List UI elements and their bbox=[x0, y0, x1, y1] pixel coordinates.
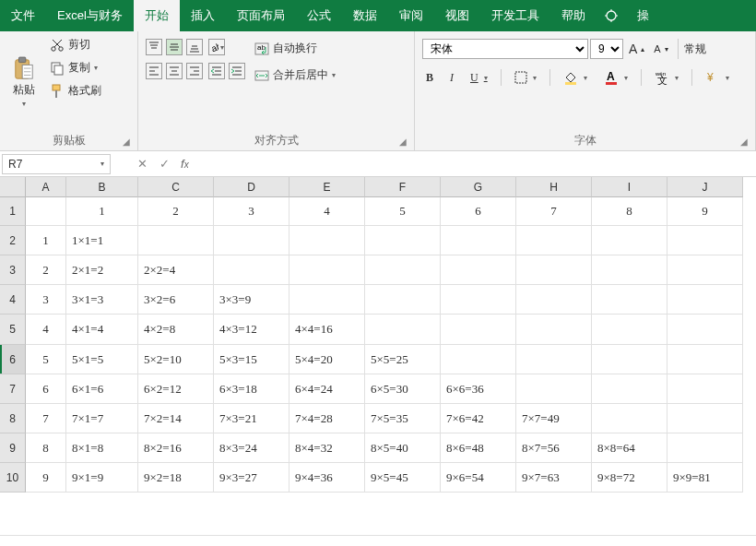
cell[interactable]: 7×4=28 bbox=[289, 404, 365, 433]
row-header[interactable]: 1 bbox=[0, 197, 26, 226]
cell[interactable]: 7×7=49 bbox=[516, 404, 592, 433]
cell[interactable]: 5×4=20 bbox=[289, 345, 365, 374]
enter-formula-button[interactable]: ✓ bbox=[153, 154, 175, 174]
num-format-label[interactable]: 常规 bbox=[684, 42, 706, 57]
font-name-select[interactable]: 宋体 bbox=[422, 39, 588, 59]
cell[interactable]: 9×1=9 bbox=[66, 463, 138, 493]
cell[interactable] bbox=[214, 255, 289, 285]
cell[interactable]: 7×1=7 bbox=[66, 404, 138, 433]
cell[interactable]: 9×3=27 bbox=[214, 463, 289, 493]
tab-formulas[interactable]: 公式 bbox=[296, 0, 342, 31]
cell[interactable]: 9×7=63 bbox=[516, 463, 592, 493]
cells-area[interactable]: 1234567891234567891×1=12×1=22×2=43×1=33×… bbox=[26, 197, 756, 535]
align-right-button[interactable] bbox=[186, 63, 203, 79]
cell[interactable]: 2×1=2 bbox=[66, 255, 138, 285]
column-header[interactable]: C bbox=[138, 177, 214, 197]
cell[interactable] bbox=[441, 345, 516, 374]
cell[interactable]: 7 bbox=[26, 404, 66, 433]
cut-button[interactable]: 剪切 bbox=[46, 35, 105, 54]
bold-button[interactable]: B bbox=[422, 69, 437, 87]
orientation-button[interactable]: ab bbox=[208, 39, 225, 55]
cell[interactable]: 8×5=40 bbox=[365, 433, 441, 463]
cell[interactable] bbox=[441, 226, 516, 255]
font-color-button[interactable]: A bbox=[600, 68, 632, 87]
cell[interactable]: 9 bbox=[667, 197, 743, 226]
cell[interactable] bbox=[365, 285, 441, 315]
cell[interactable]: 3×3=9 bbox=[214, 285, 289, 315]
dialog-launcher-icon[interactable]: ◢ bbox=[123, 136, 130, 147]
tab-op[interactable]: 操 bbox=[626, 0, 660, 31]
cell[interactable] bbox=[667, 285, 743, 315]
cell[interactable] bbox=[592, 285, 667, 315]
cell[interactable]: 4×1=4 bbox=[66, 315, 138, 345]
row-header[interactable]: 2 bbox=[0, 226, 26, 255]
cell[interactable]: 9×8=72 bbox=[592, 463, 667, 493]
cell[interactable] bbox=[441, 285, 516, 315]
cell[interactable]: 8×1=8 bbox=[66, 433, 138, 463]
cell[interactable] bbox=[516, 226, 592, 255]
cell[interactable]: 4×4=16 bbox=[289, 315, 365, 345]
cell[interactable]: 7×6=42 bbox=[441, 404, 516, 433]
cell[interactable] bbox=[289, 255, 365, 285]
cell[interactable]: 2 bbox=[26, 255, 66, 285]
paste-button[interactable]: 粘贴 ▾ bbox=[7, 35, 41, 130]
cell[interactable] bbox=[592, 374, 667, 404]
cell[interactable]: 6×2=12 bbox=[138, 374, 214, 404]
cell[interactable]: 7×3=21 bbox=[214, 404, 289, 433]
column-header[interactable]: E bbox=[289, 177, 365, 197]
column-header[interactable]: B bbox=[66, 177, 138, 197]
cell[interactable]: 8×7=56 bbox=[516, 433, 592, 463]
font-size-select[interactable]: 9 bbox=[590, 39, 623, 59]
cell[interactable]: 6×3=18 bbox=[214, 374, 289, 404]
cell[interactable]: 9×2=18 bbox=[138, 463, 214, 493]
cell[interactable]: 6×6=36 bbox=[441, 374, 516, 404]
cell[interactable]: 5 bbox=[365, 197, 441, 226]
tab-help[interactable]: 帮助 bbox=[550, 0, 597, 31]
cell[interactable]: 9 bbox=[26, 463, 66, 493]
increase-indent-button[interactable] bbox=[229, 63, 245, 79]
column-header[interactable]: F bbox=[365, 177, 441, 197]
underline-button[interactable]: U bbox=[467, 69, 491, 87]
cell[interactable]: 8×3=24 bbox=[214, 433, 289, 463]
tab-data[interactable]: 数据 bbox=[342, 0, 388, 31]
column-header[interactable]: G bbox=[441, 177, 516, 197]
cell[interactable]: 5×3=15 bbox=[214, 345, 289, 374]
tab-developer[interactable]: 开发工具 bbox=[480, 0, 550, 31]
cancel-formula-button[interactable]: ✕ bbox=[131, 154, 153, 174]
cell[interactable] bbox=[592, 404, 667, 433]
increase-font-button[interactable]: A▴ bbox=[625, 40, 648, 58]
cell[interactable]: 9×6=54 bbox=[441, 463, 516, 493]
cell[interactable]: 2 bbox=[138, 197, 214, 226]
tab-page-layout[interactable]: 页面布局 bbox=[226, 0, 296, 31]
row-header[interactable]: 8 bbox=[0, 404, 26, 433]
name-box[interactable]: R7 ▾ bbox=[2, 154, 111, 174]
decrease-indent-button[interactable] bbox=[208, 63, 225, 79]
column-header[interactable]: H bbox=[516, 177, 592, 197]
cell[interactable] bbox=[592, 315, 667, 345]
cell[interactable]: 4×2=8 bbox=[138, 315, 214, 345]
cell[interactable]: 3 bbox=[214, 197, 289, 226]
cell[interactable] bbox=[667, 433, 743, 463]
cell[interactable]: 1 bbox=[66, 197, 138, 226]
row-header[interactable]: 6 bbox=[0, 345, 26, 374]
cell[interactable]: 7×5=35 bbox=[365, 404, 441, 433]
cell[interactable]: 8×6=48 bbox=[441, 433, 516, 463]
cell[interactable] bbox=[289, 285, 365, 315]
row-header[interactable]: 10 bbox=[0, 463, 26, 493]
align-bottom-button[interactable] bbox=[186, 39, 203, 55]
cell[interactable] bbox=[441, 255, 516, 285]
tab-review[interactable]: 审阅 bbox=[388, 0, 434, 31]
align-center-button[interactable] bbox=[166, 63, 183, 79]
row-header[interactable]: 9 bbox=[0, 433, 26, 463]
cell[interactable]: 4 bbox=[26, 315, 66, 345]
cell[interactable]: 7 bbox=[516, 197, 592, 226]
cell[interactable] bbox=[592, 226, 667, 255]
cell[interactable] bbox=[667, 255, 743, 285]
cell[interactable] bbox=[516, 315, 592, 345]
currency-button[interactable]: ¥ bbox=[702, 68, 733, 87]
column-header[interactable]: I bbox=[592, 177, 667, 197]
italic-button[interactable]: I bbox=[446, 69, 457, 87]
cell[interactable]: 3×2=6 bbox=[138, 285, 214, 315]
cell[interactable] bbox=[592, 345, 667, 374]
cell[interactable]: 8 bbox=[592, 197, 667, 226]
